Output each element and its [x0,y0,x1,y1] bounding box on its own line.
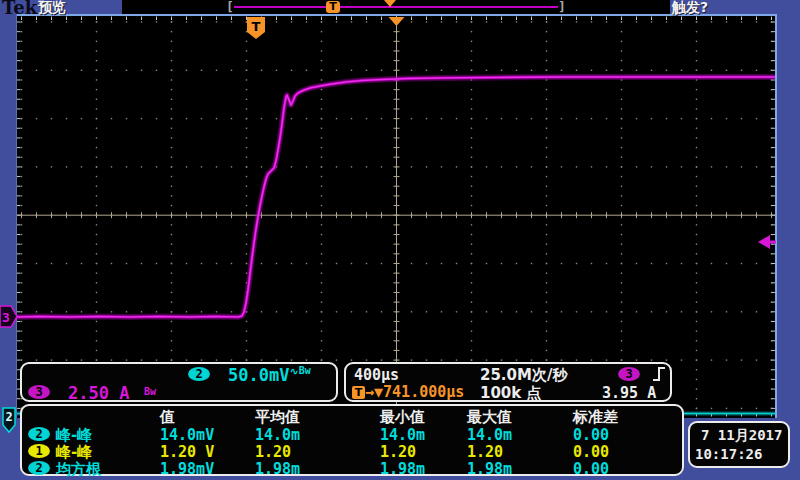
measurement-row[interactable]: 2峰-峰14.0mV14.0m14.0m14.0m0.00 [22,426,682,443]
trigger-source-badge[interactable]: 3 [618,367,640,381]
measurement-mean: 14.0m [255,426,300,444]
measurement-max: 1.98m [467,460,512,478]
measurement-value: 1.98mV [160,460,214,478]
measurement-std: 0.00 [573,443,609,461]
ch2-scale-readout[interactable]: 50.0mV∿Bw [228,365,311,385]
record-view-bar[interactable]: [ ] T [122,0,670,14]
ch3-position-marker[interactable]: 3 [0,306,17,327]
measurement-col-header: 值 [160,408,175,427]
record-window-bracket-left[interactable]: [ [226,0,234,14]
trigger-status-label: 触发? [672,0,708,17]
channel-readout-box: 2 50.0mV∿Bw 3 2.50 A Bw [20,362,338,402]
rising-edge-icon [652,366,666,382]
record-window-bracket-right[interactable]: ] [558,0,566,14]
delay-t-icon: T [352,386,365,399]
measurement-min: 14.0m [380,426,425,444]
ch2-bandwidth-icon: Bw [299,365,311,376]
ch2-badge[interactable]: 2 [188,367,210,381]
measurement-channel-badge: 2 [28,427,50,441]
tek-logo: Tek [2,0,37,18]
measurement-col-header: 标准差 [573,408,618,427]
trigger-delay-readout[interactable]: T→▼741.000μs [352,383,464,401]
measurement-row[interactable]: 2均方根1.98mV1.98m1.98m1.98m0.00 [22,460,682,477]
ch3-scale-readout[interactable]: 2.50 A [68,383,129,403]
svg-text:T: T [252,19,261,34]
delay-arrow-icon: →▼ [365,383,383,401]
measurement-value: 14.0mV [160,426,214,444]
record-length-readout: 100k 点 [480,384,542,403]
measurement-max: 1.20 [467,443,503,461]
measurement-std: 0.00 [573,460,609,478]
measurement-mean: 1.20 [255,443,291,461]
record-waveform-line [234,6,558,8]
measurement-col-header: 平均值 [255,408,300,427]
measurement-value: 1.20 V [160,443,214,461]
svg-text:3: 3 [2,310,10,325]
measurement-col-header: 最小值 [380,408,425,427]
oscilloscope-screen: T32 Tek 预览 [ ] T 触发? 2 50.0mV∿Bw 3 2.50 … [0,0,800,480]
timebase-readout[interactable]: 400μs [354,366,399,384]
measurement-min: 1.98m [380,460,425,478]
acquisition-mode-label: 预览 [38,0,66,17]
date-label: 7 11月2017 [701,427,782,445]
ch3-bandwidth-icon: Bw [144,386,156,397]
measurement-channel-badge: 1 [28,444,50,458]
measurement-channel-badge: 2 [28,461,50,475]
measurement-std: 0.00 [573,426,609,444]
ch2-position-marker[interactable]: 2 [3,408,15,432]
measurement-col-header: 最大值 [467,408,512,427]
sample-rate-readout: 25.0M次/秒 [480,366,567,385]
measurement-mean: 1.98m [255,460,300,478]
measurement-max: 14.0m [467,426,512,444]
horizontal-readout-box: 400μs 25.0M次/秒 3 T→▼741.000μs 100k 点 3.9… [344,362,672,402]
measurement-header-row: 值平均值最小值最大值标准差 [22,408,682,425]
datetime-box: 7 11月2017 10:17:26 [688,421,790,468]
measurement-row[interactable]: 1峰-峰1.20 V1.201.201.200.00 [22,443,682,460]
ch2-coupling-icon: ∿ [289,365,298,378]
time-label: 10:17:26 [695,446,762,462]
svg-text:2: 2 [5,410,12,424]
measurement-name: 均方根 [56,460,101,479]
record-trigger-t-icon[interactable]: T [326,1,340,13]
measurements-box: 值平均值最小值最大值标准差 2峰-峰14.0mV14.0m14.0m14.0m0… [20,404,684,476]
record-expansion-triangle-icon [384,0,396,7]
trigger-level-readout[interactable]: 3.95 A [602,384,656,402]
measurement-min: 1.20 [380,443,416,461]
ch3-badge[interactable]: 3 [28,385,50,399]
